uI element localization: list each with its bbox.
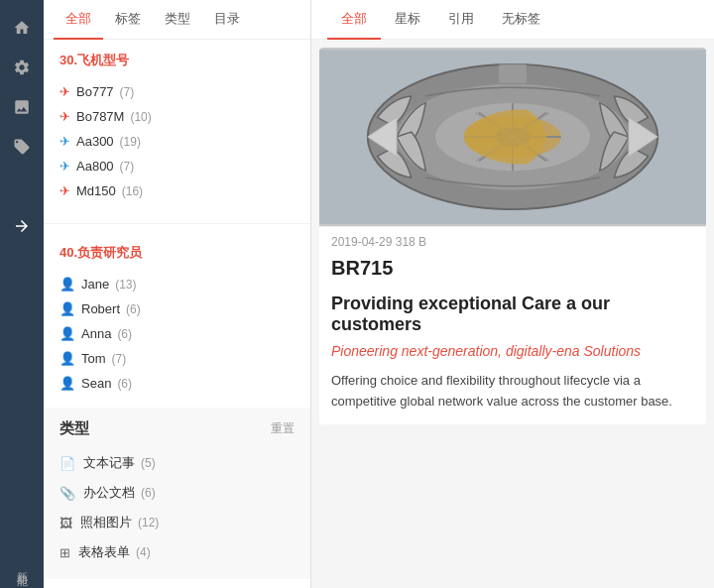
researcher-item-sean[interactable]: 👤 Sean (6): [60, 371, 295, 396]
aircraft-label-bo777: Bo777: [76, 84, 114, 99]
filter-panel: 全部 标签 类型 目录 30.飞机型号 ✈ Bo777 (7) ✈ Bo787M…: [44, 0, 311, 588]
office-doc-icon: 📎: [60, 486, 75, 501]
researcher-label-tom: Tom: [81, 351, 106, 366]
category-title: 类型: [60, 419, 89, 438]
aircraft-icon-bo777: ✈: [60, 84, 70, 99]
category-item-office[interactable]: 📎 办公文档 (6): [60, 478, 295, 508]
aircraft-label-aa300: Aa300: [76, 134, 114, 149]
main-content: 全部 星标 引用 无标签: [311, 0, 714, 588]
filter-tabs: 全部 标签 类型 目录: [44, 0, 310, 40]
table-icon: ⊞: [60, 545, 70, 560]
researcher-icon-jane: 👤: [60, 277, 75, 292]
researcher-count-jane: (13): [115, 278, 136, 292]
aircraft-count-bo787m: (10): [130, 110, 151, 124]
researcher-icon-anna: 👤: [60, 326, 75, 341]
aircraft-count-bo777: (7): [120, 85, 135, 99]
filter-tab-dir[interactable]: 目录: [202, 0, 252, 40]
researcher-section: 40.负责研究员 👤 Jane (13) 👤 Robert (6) 👤 Anna…: [44, 232, 310, 408]
category-label-text: 文本记事: [83, 454, 135, 472]
researcher-icon-robert: 👤: [60, 301, 75, 316]
content-body: 2019-04-29 318 B BR715 Providing excepti…: [311, 40, 714, 588]
article-meta: 2019-04-29 318 B: [319, 226, 706, 253]
category-label-office: 办公文档: [83, 484, 135, 502]
category-reset-button[interactable]: 重置: [271, 420, 295, 437]
researcher-count-tom: (7): [112, 352, 127, 366]
settings-sidebar-item[interactable]: [4, 50, 40, 85]
aircraft-count-md150: (16): [122, 184, 143, 198]
filter-tab-all[interactable]: 全部: [54, 0, 103, 40]
svg-rect-12: [498, 64, 527, 84]
filter-tab-tag[interactable]: 标签: [103, 0, 153, 40]
content-tab-star[interactable]: 星标: [381, 0, 434, 40]
researcher-item-tom[interactable]: 👤 Tom (7): [60, 346, 295, 371]
researcher-label-robert: Robert: [81, 301, 120, 316]
researcher-count-anna: (6): [117, 327, 132, 341]
category-item-text[interactable]: 📄 文本记事 (5): [60, 448, 295, 478]
researcher-icon-sean: 👤: [60, 376, 75, 391]
researcher-item-anna[interactable]: 👤 Anna (6): [60, 321, 295, 346]
aircraft-item-md150[interactable]: ✈ Md150 (16): [60, 178, 295, 203]
researcher-label-jane: Jane: [81, 277, 109, 292]
article-image: [319, 48, 706, 226]
article-body: Offering choice and flexibility througho…: [319, 363, 706, 424]
category-section: 类型 重置 📄 文本记事 (5) 📎 办公文档 (6) 🖼 照相图片 (12) …: [44, 408, 310, 579]
researcher-icon-tom: 👤: [60, 351, 75, 366]
article-card: 2019-04-29 318 B BR715 Providing excepti…: [319, 48, 706, 424]
researcher-item-robert[interactable]: 👤 Robert (6): [60, 296, 295, 321]
image-sidebar-item[interactable]: [4, 89, 40, 125]
aircraft-icon-bo787m: ✈: [60, 109, 70, 124]
aircraft-count-aa300: (19): [120, 135, 141, 149]
category-item-photo[interactable]: 🖼 照相图片 (12): [60, 508, 295, 537]
category-count-office: (6): [141, 486, 156, 500]
aircraft-icon-md150: ✈: [60, 183, 70, 198]
category-label-table: 表格表单: [78, 543, 130, 561]
filter-divider-1: [44, 223, 310, 224]
home-sidebar-item[interactable]: [4, 10, 40, 46]
aircraft-section-title: 30.飞机型号: [60, 52, 295, 69]
filter-tab-type[interactable]: 类型: [153, 0, 202, 40]
photo-icon: 🖼: [60, 516, 72, 530]
article-subtitle: Pioneering next-generation, digitally-en…: [319, 339, 706, 363]
aircraft-section: 30.飞机型号 ✈ Bo777 (7) ✈ Bo787M (10) ✈ Aa30…: [44, 40, 310, 215]
aircraft-item-aa300[interactable]: ✈ Aa300 (19): [60, 129, 295, 154]
content-tab-all[interactable]: 全部: [327, 0, 381, 40]
aircraft-label-md150: Md150: [76, 183, 116, 198]
article-heading: Providing exceptional Care a our custome…: [319, 288, 706, 339]
aircraft-count-aa800: (7): [120, 160, 135, 174]
researcher-count-robert: (6): [126, 302, 141, 316]
icon-sidebar: 新功能: [0, 0, 44, 588]
category-count-text: (5): [141, 456, 156, 470]
aircraft-icon-aa300: ✈: [60, 134, 70, 149]
category-count-photo: (12): [138, 516, 159, 529]
researcher-label-anna: Anna: [81, 326, 111, 341]
content-tab-quote[interactable]: 引用: [434, 0, 488, 40]
researcher-label-sean: Sean: [81, 376, 111, 391]
researcher-item-jane[interactable]: 👤 Jane (13): [60, 272, 295, 296]
aircraft-label-aa800: Aa800: [76, 159, 114, 174]
researcher-count-sean: (6): [117, 377, 132, 391]
researcher-section-title: 40.负责研究员: [60, 244, 295, 262]
content-tabs: 全部 星标 引用 无标签: [311, 0, 714, 40]
category-item-table[interactable]: ⊞ 表格表单 (4): [60, 537, 295, 567]
text-note-icon: 📄: [60, 456, 75, 471]
aircraft-item-bo787m[interactable]: ✈ Bo787M (10): [60, 104, 295, 129]
aircraft-item-bo777[interactable]: ✈ Bo777 (7): [60, 79, 295, 104]
category-label-photo: 照相图片: [80, 514, 132, 531]
sidebar-vertical-label: 新功能: [14, 562, 29, 568]
aircraft-label-bo787m: Bo787M: [76, 109, 124, 124]
article-title: BR715: [319, 253, 706, 288]
content-tab-nolabel[interactable]: 无标签: [488, 0, 554, 40]
aircraft-item-aa800[interactable]: ✈ Aa800 (7): [60, 154, 295, 178]
aircraft-icon-aa800: ✈: [60, 159, 70, 174]
category-count-table: (4): [136, 545, 151, 559]
category-header: 类型 重置: [60, 419, 295, 438]
tag-sidebar-item[interactable]: [4, 129, 40, 165]
arrow-sidebar-item[interactable]: [4, 208, 40, 244]
